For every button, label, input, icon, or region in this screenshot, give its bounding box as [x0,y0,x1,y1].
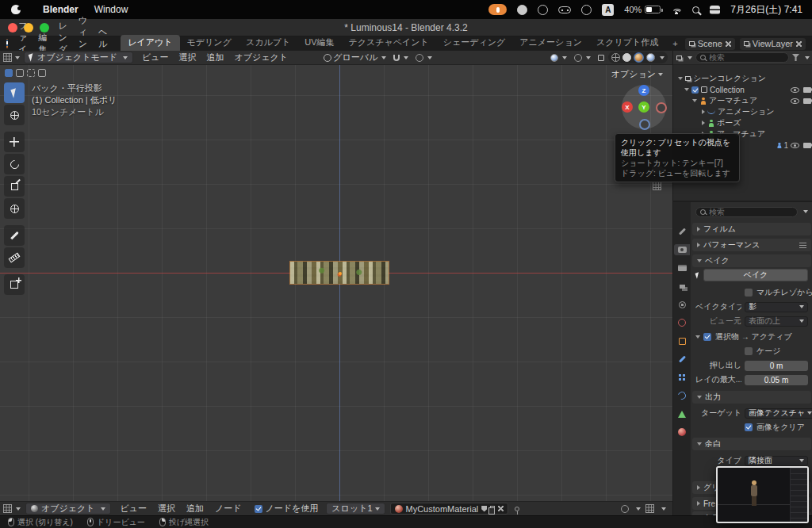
tab-scripting[interactable]: スクリプト作成 [589,35,665,51]
menu-view[interactable]: ビュー [137,52,174,63]
shader-editor-type-icon[interactable] [3,504,12,513]
battery-indicator[interactable]: 40% [624,5,661,14]
selected-to-active-checkbox[interactable]: 選択物 → アクティブ [703,331,792,342]
gizmo-x-axis-negative[interactable] [656,102,667,113]
hide-in-viewport-icon[interactable] [791,87,799,93]
shader-snap-caret[interactable] [661,507,666,511]
shader-menu-node[interactable]: ノード [210,503,247,515]
properties-tab-modifiers[interactable] [674,354,690,365]
unlink-scene-icon[interactable] [726,41,731,47]
outliner-row-armature[interactable]: アーマチュア [673,95,812,106]
select-extend-icon[interactable] [16,69,24,77]
game-controller-icon[interactable] [558,6,571,13]
tab-shading[interactable]: シェーディング [436,35,513,51]
properties-tab-data[interactable] [674,408,690,419]
solid-shading-icon[interactable] [622,53,631,62]
properties-tab-particles[interactable] [674,372,690,383]
xray-toggle[interactable] [595,55,607,61]
properties-tab-render[interactable] [674,244,690,255]
outliner-row-animation[interactable]: アニメーション [673,106,812,117]
slot-selector[interactable]: スロット1 [326,503,385,515]
section-bake[interactable]: ベイク [692,254,811,267]
blender-logo-icon[interactable] [6,39,8,48]
wireframe-shading-icon[interactable] [611,53,620,62]
navigation-gizmo[interactable]: Z X Y [622,85,666,129]
tab-animation[interactable]: アニメーション [512,35,589,51]
cage-checkbox[interactable]: ケージ [745,346,780,357]
properties-tab-world[interactable] [674,317,690,328]
macos-menu-blender[interactable]: Blender [35,4,86,15]
select-set-icon[interactable] [5,69,13,77]
select-intersect-icon[interactable] [38,69,46,77]
properties-tab-view-layer[interactable] [674,281,690,292]
properties-tab-output[interactable] [674,262,690,274]
clear-image-checkbox[interactable]: 画像をクリア [745,422,805,433]
app-status-icon[interactable] [538,5,548,15]
microphone-indicator-icon[interactable] [488,4,507,15]
gizmo-z-axis-negative[interactable] [639,119,650,130]
outliner-editor-icon[interactable] [676,55,682,60]
ortho-grid-icon[interactable] [653,182,661,190]
properties-tab-material[interactable] [674,427,690,438]
shader-menu-view[interactable]: ビュー [116,503,152,515]
outliner-row-collection[interactable]: Collection [673,84,812,95]
properties-search-input[interactable] [709,208,793,216]
section-film[interactable]: フィルム [692,223,811,235]
menu-add[interactable]: 追加 [202,52,229,63]
tab-uv-editing[interactable]: UV編集 [297,35,341,51]
material-name-field[interactable]: MyCustomMaterial [390,503,509,515]
bluetooth-icon[interactable] [581,5,592,15]
disable-in-render-icon[interactable] [803,143,811,148]
outliner-search-input[interactable] [709,53,784,62]
clock[interactable]: 7月26日(土) 7:41 [730,3,802,17]
pin-icon[interactable] [515,507,519,511]
unlink-material-icon[interactable] [498,506,504,511]
outliner-options-caret[interactable] [805,56,810,59]
outliner-search[interactable] [695,52,789,63]
outliner-row-pose[interactable]: ポーズ [673,117,812,128]
show-gizmo-toggle[interactable] [547,54,570,62]
collection-checkbox[interactable] [691,86,699,94]
hide-in-viewport-icon[interactable] [791,98,799,104]
panel-menu-icon[interactable] [799,243,806,248]
target-dropdown[interactable]: 画像テクスチャ [745,408,812,419]
tab-sculpting[interactable]: スカルプト [239,35,297,51]
floating-preview-window[interactable] [716,466,809,523]
add-workspace-button[interactable]: + [665,37,684,51]
shader-overlay-icon[interactable] [621,505,629,513]
snap-toggle[interactable] [390,55,412,61]
proportional-editing-toggle[interactable] [412,54,435,62]
duplicate-material-icon[interactable] [490,506,495,511]
tab-texture-paint[interactable]: テクスチャペイント [341,35,435,51]
options-dropdown[interactable]: オプション [611,68,663,80]
wifi-icon[interactable] [671,6,682,14]
tab-modeling[interactable]: モデリング [180,35,239,51]
move-tool[interactable] [4,132,25,152]
macos-menu-window[interactable]: Window [86,4,136,15]
input-source-icon[interactable]: A [602,4,614,16]
measure-tool[interactable] [4,247,25,268]
margin-type-dropdown[interactable]: 隣接面 [745,456,808,466]
gizmo-y-axis[interactable]: Y [638,101,649,113]
mode-selector[interactable]: オブジェクトモード [24,52,133,63]
control-center-icon[interactable] [710,6,720,14]
properties-tab-tool[interactable] [674,226,690,237]
viewport-3d[interactable]: バック・平行投影 (1) Collection | 低ポリ 10センチメートル … [0,65,672,501]
disable-in-render-icon[interactable] [803,98,811,104]
transform-tool[interactable] [4,198,25,219]
tab-layout[interactable]: レイアウト [121,35,179,51]
scene-selector[interactable]: Scene [685,38,735,50]
filter-icon[interactable] [792,54,799,61]
shader-snap-icon[interactable] [645,504,654,513]
select-box-tool[interactable] [4,82,25,103]
disable-in-render-icon[interactable] [803,87,811,93]
rotate-tool[interactable] [4,154,25,174]
transform-orientation-selector[interactable]: グローバル [320,52,389,63]
view-layer-selector[interactable]: ViewLayer [740,38,806,50]
app-status-icon[interactable] [517,5,527,15]
section-performance[interactable]: パフォーマンス [692,239,811,251]
apple-logo-icon[interactable] [11,5,21,14]
show-overlays-toggle[interactable] [571,54,594,62]
bake-button[interactable]: ベイク [703,269,808,281]
spotlight-search-icon[interactable] [692,6,699,13]
